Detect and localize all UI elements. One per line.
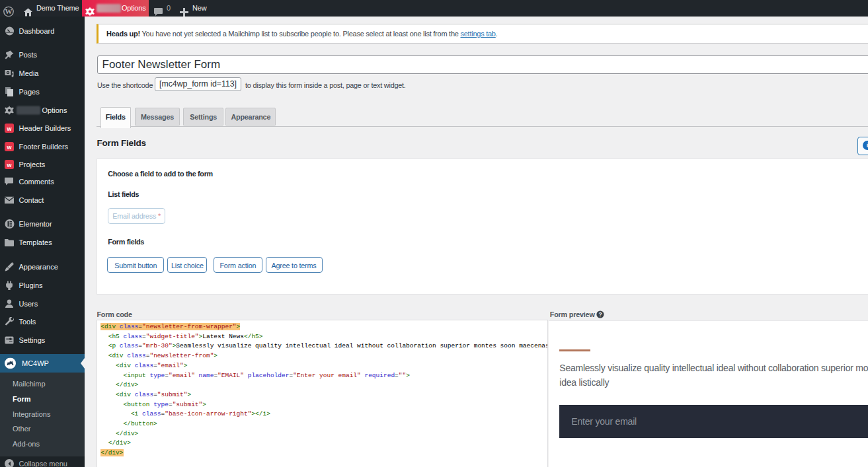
svg-text:w: w [6,125,12,131]
svg-text:w: w [6,162,12,168]
svg-text:w: w [6,143,12,150]
svg-text:W: W [5,7,13,15]
svg-text:?: ? [598,311,602,318]
